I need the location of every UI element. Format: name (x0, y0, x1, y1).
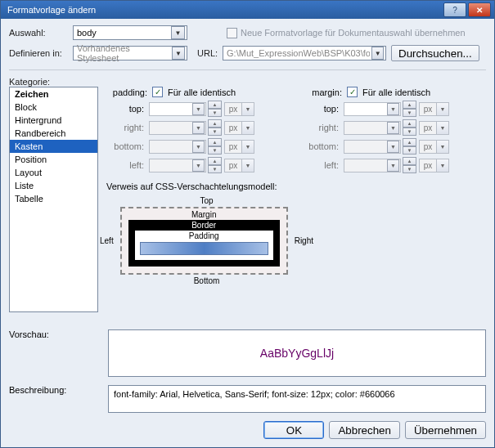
margin-right-spinner: ▲▼ (403, 119, 417, 136)
padding-group: padding: ✓ Für alle identisch top: ▼ ▲▼ … (106, 87, 277, 173)
preview-row: Vorschau: AaBbYyGgLlJj (9, 329, 486, 377)
row-definieren: Definieren in: Vorhandenes Stylesheet ▼ … (9, 45, 486, 61)
padding-identical-checkbox[interactable]: ✓ (152, 87, 163, 97)
padding-grid: top: ▼ ▲▼ px▼ right: ▼ ▲▼ px▼ bottom: ▼ (106, 101, 277, 173)
chevron-down-icon: ▼ (387, 141, 399, 153)
cat-randbereich[interactable]: Randbereich (10, 127, 97, 140)
padding-left-input: ▼ (149, 159, 206, 172)
cat-block[interactable]: Block (10, 101, 97, 114)
bm-right: Right (291, 236, 317, 245)
margin-group: margin: ✓ Für alle identisch top: ▼ ▲▼ p… (301, 87, 471, 173)
url-select[interactable]: G:\Mut_ExpressionWeb\BSP\K03\formate ▼ (223, 46, 386, 60)
checkbox-box (227, 28, 237, 38)
padding-top-unit[interactable]: px▼ (224, 102, 257, 116)
cat-position[interactable]: Position (10, 153, 97, 166)
margin-grid: top: ▼ ▲▼ px▼ right: ▼ ▲▼ px▼ bottom: ▼ (301, 101, 471, 173)
cat-kasten[interactable]: Kasten (10, 140, 97, 153)
preview-sample: AaBbYyGgLlJj (260, 347, 334, 360)
row-auswahl: Auswahl: body ▼ Neue Formatvorlage für D… (9, 25, 486, 40)
bm-top: Top (198, 195, 214, 207)
margin-left-input: ▼ (344, 159, 401, 172)
browse-button[interactable]: Durchsuchen... (391, 45, 479, 61)
padding-label: padding: (106, 87, 147, 97)
margin-top-label: top: (301, 104, 342, 114)
padding-bottom-spinner: ▲▼ (208, 138, 223, 155)
def-in-value: Vorhandenes Stylesheet (77, 43, 170, 63)
padding-right-spinner: ▲▼ (208, 119, 223, 136)
padding-top-input[interactable]: ▼ (149, 102, 206, 116)
cat-hintergrund[interactable]: Hintergrund (10, 114, 97, 127)
titlebar-buttons: ? ✕ (443, 2, 491, 17)
def-in-label: Definieren in: (9, 48, 68, 58)
margin-top-input[interactable]: ▼ (344, 102, 401, 116)
cat-tabelle[interactable]: Tabelle (10, 192, 97, 205)
chevron-down-icon: ▼ (171, 26, 185, 39)
padding-bottom-label: bottom: (106, 141, 147, 151)
chevron-down-icon: ▼ (387, 103, 399, 115)
margin-bottom-label: bottom: (301, 141, 342, 151)
title-text: Formatvorlage ändern (4, 5, 443, 15)
margin-identical-checkbox[interactable]: ✓ (347, 87, 358, 97)
url-label: URL: (197, 48, 218, 58)
description-row: Beschreibung: font-family: Arial, Helvet… (9, 385, 486, 413)
chevron-down-icon: ▼ (387, 122, 399, 134)
margin-right-input: ▼ (344, 121, 401, 135)
description-label: Beschreibung: (9, 385, 98, 395)
bm-bottom: Bottom (192, 275, 222, 287)
padding-box: Padding (135, 231, 273, 260)
bm-left: Left (97, 236, 117, 245)
padding-top-label: top: (106, 104, 147, 114)
titlebar: Formatvorlage ändern ? ✕ (1, 1, 494, 19)
neue-template-checkbox[interactable]: Neue Formatvorlage für Dokumentauswahl ü… (227, 28, 466, 38)
padding-identical-label: Für alle identisch (168, 87, 236, 97)
margin-top-spinner[interactable]: ▲▼ (403, 101, 417, 117)
main-area: Zeichen Block Hintergrund Randbereich Ka… (9, 87, 486, 321)
padding-right-unit: px▼ (224, 121, 257, 135)
cat-zeichen[interactable]: Zeichen (10, 87, 97, 101)
margin-top-unit[interactable]: px▼ (419, 102, 452, 116)
border-text: Border (191, 221, 216, 230)
cat-layout[interactable]: Layout (10, 166, 97, 179)
help-button[interactable]: ? (443, 2, 466, 17)
kategorie-listbox[interactable]: Zeichen Block Hintergrund Randbereich Ka… (9, 87, 98, 312)
chevron-down-icon: ▼ (192, 141, 205, 153)
padding-bottom-unit: px▼ (224, 140, 257, 154)
margin-box: Margin Border Padding (120, 207, 288, 275)
chevron-down-icon: ▼ (192, 159, 205, 172)
def-in-select[interactable]: Vorhandenes Stylesheet ▼ (73, 46, 187, 60)
margin-bottom-input: ▼ (344, 140, 401, 154)
padding-margin-row: padding: ✓ Für alle identisch top: ▼ ▲▼ … (106, 87, 486, 173)
padding-top-spinner[interactable]: ▲▼ (208, 101, 223, 117)
cat-liste[interactable]: Liste (10, 179, 97, 192)
auswahl-select[interactable]: body ▼ (73, 25, 187, 40)
margin-left-label: left: (301, 160, 342, 170)
padding-right-input: ▼ (149, 121, 206, 135)
chevron-down-icon: ▼ (192, 122, 205, 134)
margin-right-unit: px▼ (419, 121, 452, 135)
margin-right-label: right: (301, 123, 342, 132)
apply-button[interactable]: Übernehmen (405, 421, 486, 439)
boxmodel-header: Verweis auf CSS-Verschachtelungsmodell: (106, 181, 486, 191)
preview-label: Vorschau: (9, 329, 98, 339)
box-model-diagram: Top Left Margin Border Padding (110, 195, 303, 287)
url-value: G:\Mut_ExpressionWeb\BSP\K03\formate (227, 48, 370, 58)
button-row: OK Abbrechen Übernehmen (9, 413, 486, 439)
margin-identical-label: Für alle identisch (362, 87, 430, 97)
padding-left-spinner: ▲▼ (208, 157, 223, 173)
padding-left-unit: px▼ (224, 159, 257, 172)
neue-template-label: Neue Formatvorlage für Dokumentauswahl ü… (241, 28, 466, 38)
margin-left-unit: px▼ (419, 159, 452, 172)
divider (9, 69, 486, 70)
padding-bottom-input: ▼ (149, 140, 206, 154)
preview-box: AaBbYyGgLlJj (108, 329, 486, 377)
close-button[interactable]: ✕ (468, 2, 491, 17)
ok-button[interactable]: OK (263, 421, 324, 439)
content-area: Auswahl: body ▼ Neue Formatvorlage für D… (1, 19, 494, 447)
chevron-down-icon: ▼ (192, 103, 205, 115)
margin-label: margin: (301, 87, 342, 97)
chevron-down-icon: ▼ (387, 159, 399, 172)
margin-left-spinner: ▲▼ (403, 157, 417, 173)
padding-right-label: right: (106, 123, 147, 132)
padding-text: Padding (189, 231, 219, 240)
cancel-button[interactable]: Abbrechen (329, 421, 399, 439)
